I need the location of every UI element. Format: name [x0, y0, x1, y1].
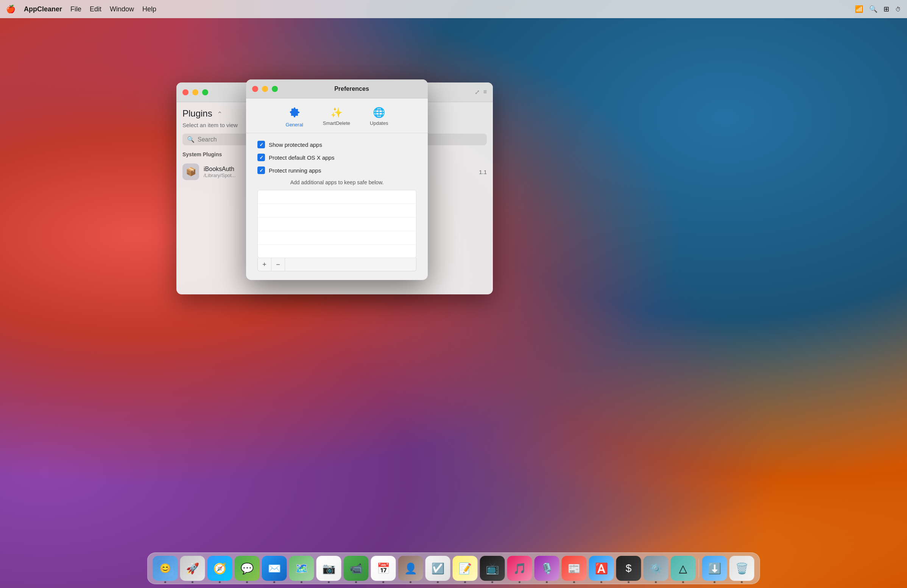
- checkmark-icon: ✓: [259, 142, 263, 147]
- tab-smartdelete[interactable]: ✨ SmartDelete: [318, 104, 355, 130]
- dock-item-terminal[interactable]: $: [616, 556, 641, 581]
- plugin-version: 1.1: [479, 169, 487, 175]
- controls-icon[interactable]: ⊞: [883, 5, 889, 13]
- apps-list-row-1: [258, 190, 416, 204]
- list-icon[interactable]: ≡: [483, 88, 487, 96]
- plugin-icon: 📦: [183, 163, 199, 180]
- menu-file[interactable]: File: [71, 5, 82, 13]
- checkbox-protect-default-label: Protect default OS X apps: [269, 154, 334, 161]
- apps-list-row-4: [258, 231, 416, 245]
- prefs-content: ✓ Show protected apps ✓ Protect default …: [246, 133, 428, 279]
- checkbox-protect-running-label: Protect running apps: [269, 167, 321, 174]
- gear-icon: [289, 107, 300, 120]
- time-icon: ⏱: [895, 6, 901, 13]
- checkbox-protect-running[interactable]: ✓ Protect running apps: [257, 166, 417, 174]
- dock-item-safari[interactable]: 🧭: [207, 556, 232, 581]
- add-app-button[interactable]: +: [258, 258, 271, 271]
- dock-item-photos[interactable]: 📷: [316, 556, 341, 581]
- checkbox-protect-running-box[interactable]: ✓: [257, 166, 265, 174]
- prefs-minimize-button[interactable]: [262, 86, 268, 92]
- apps-list-toolbar: + −: [257, 258, 417, 271]
- window-minimize-button[interactable]: [192, 89, 199, 95]
- remove-app-button[interactable]: −: [271, 258, 285, 271]
- prefs-titlebar: Preferences: [246, 80, 428, 98]
- menu-help[interactable]: Help: [142, 5, 156, 13]
- menu-window[interactable]: Window: [110, 5, 134, 13]
- tab-updates-label: Updates: [370, 120, 388, 126]
- prefs-title: Preferences: [282, 86, 422, 92]
- dock-item-finder[interactable]: 😊: [153, 556, 178, 581]
- apps-list-row-3: [258, 217, 416, 231]
- dock-item-messages[interactable]: 💬: [235, 556, 260, 581]
- prefs-maximize-button[interactable]: [272, 86, 278, 92]
- dock-item-sysprefs[interactable]: ⚙️: [644, 556, 668, 581]
- dock-item-appletv[interactable]: 📺: [480, 556, 505, 581]
- checkmark-icon-2: ✓: [259, 155, 263, 160]
- tab-smartdelete-label: SmartDelete: [323, 120, 350, 126]
- apps-list-row-5: [258, 245, 416, 259]
- dock-separator: [699, 559, 699, 578]
- sparkle-icon: ✨: [330, 107, 343, 118]
- additional-apps-label: Add additional apps to keep safe below.: [257, 179, 417, 185]
- dock-item-appstore[interactable]: 🅰️: [589, 556, 614, 581]
- search-icon[interactable]: 🔍: [869, 5, 878, 13]
- dock: 😊 🚀 🧭 💬 ✉️ 🗺️ 📷 📹 📅 👤 ☑️ 📝 📺 🎵 🎙️: [147, 553, 760, 584]
- menu-edit[interactable]: Edit: [90, 5, 101, 13]
- search-magnifier-icon: 🔍: [187, 136, 195, 143]
- dock-item-calendar[interactable]: 📅: [371, 556, 396, 581]
- checkbox-show-protected[interactable]: ✓ Show protected apps: [257, 141, 417, 148]
- globe-icon: 🌐: [373, 107, 385, 118]
- apple-menu[interactable]: 🍎: [6, 5, 16, 14]
- dock-item-maps[interactable]: 🗺️: [289, 556, 314, 581]
- dock-item-notes[interactable]: 📝: [453, 556, 478, 581]
- dock-item-contacts[interactable]: 👤: [398, 556, 423, 581]
- checkbox-protect-default[interactable]: ✓ Protect default OS X apps: [257, 153, 417, 161]
- prefs-close-button[interactable]: [252, 86, 258, 92]
- prefs-toolbar: General ✨ SmartDelete 🌐 Updates: [246, 98, 428, 133]
- tab-general-label: General: [286, 122, 303, 128]
- preferences-dialog: Preferences General ✨ SmartDelete 🌐 Upda…: [246, 80, 428, 280]
- dock-item-news[interactable]: 📰: [562, 556, 587, 581]
- wifi-icon: 📶: [855, 5, 863, 13]
- dock-item-transloader[interactable]: ⬇️: [702, 556, 727, 581]
- tab-updates[interactable]: 🌐 Updates: [365, 104, 393, 130]
- checkmark-icon-3: ✓: [259, 168, 263, 173]
- apps-list: [257, 190, 417, 258]
- checkbox-protect-default-box[interactable]: ✓: [257, 153, 265, 161]
- dock-item-trash[interactable]: 🗑️: [729, 556, 755, 581]
- svg-text:😊: 😊: [160, 562, 171, 574]
- dock-item-music[interactable]: 🎵: [507, 556, 532, 581]
- tab-general[interactable]: General: [281, 104, 308, 130]
- checkbox-show-protected-label: Show protected apps: [269, 142, 322, 148]
- resize-icon[interactable]: ⤢: [475, 88, 480, 96]
- dock-item-reminders[interactable]: ☑️: [425, 556, 450, 581]
- dock-item-facetime[interactable]: 📹: [344, 556, 369, 581]
- dock-item-podcasts[interactable]: 🎙️: [535, 556, 559, 581]
- apps-list-input[interactable]: [285, 258, 416, 271]
- window-close-button[interactable]: [183, 89, 189, 95]
- apps-list-row-2: [258, 204, 416, 217]
- app-menu-appcleaner[interactable]: AppCleaner: [24, 5, 62, 13]
- dock-item-launchpad[interactable]: 🚀: [180, 556, 205, 581]
- dock-item-altus[interactable]: △: [671, 556, 696, 581]
- menubar: 🍎 AppCleaner File Edit Window Help 📶 🔍 ⊞…: [0, 0, 907, 18]
- window-maximize-button[interactable]: [202, 89, 208, 95]
- checkbox-show-protected-box[interactable]: ✓: [257, 141, 265, 148]
- dock-item-mail[interactable]: ✉️: [262, 556, 287, 581]
